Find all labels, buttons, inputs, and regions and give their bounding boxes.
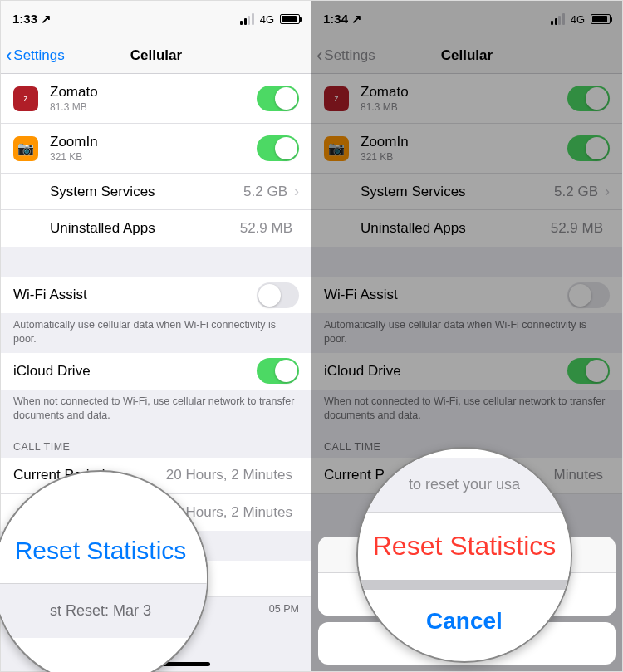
row-uninstalled-apps: Uninstalled Apps 52.9 MB bbox=[1, 210, 312, 247]
status-right: 4G bbox=[551, 13, 611, 26]
back-button: ‹ Settings bbox=[316, 45, 375, 66]
app-row-zoomin: 📷 ZoomIn 321 KB bbox=[312, 124, 622, 174]
app-size: 321 KB bbox=[50, 151, 257, 163]
chevron-left-icon: ‹ bbox=[6, 45, 12, 66]
app-row-zomato[interactable]: z Zomato 81.3 MB bbox=[1, 74, 312, 124]
signal-icon bbox=[551, 13, 565, 25]
status-bar: 1:33 ↗ 4G bbox=[1, 1, 312, 37]
toggle-zoomin bbox=[567, 135, 610, 161]
back-label: Settings bbox=[13, 47, 64, 64]
app-name: ZoomIn bbox=[361, 134, 567, 150]
row-label: iCloud Drive bbox=[13, 363, 257, 380]
app-size: 81.3 MB bbox=[50, 101, 257, 113]
row-label: Current P bbox=[324, 467, 385, 483]
toggle-zomato bbox=[567, 86, 610, 111]
mag-reset-label: Reset Statistics bbox=[0, 518, 207, 584]
row-value: 20 Hours, 2 Minutes bbox=[166, 467, 292, 483]
row-icloud-drive: iCloud Drive bbox=[312, 353, 622, 390]
back-label: Settings bbox=[324, 47, 375, 64]
row-system-services: System Services 5.2 GB › bbox=[312, 174, 622, 210]
status-time: 1:33 ↗ bbox=[12, 12, 52, 27]
row-label: System Services bbox=[361, 184, 554, 200]
row-value: 5.2 GB bbox=[554, 184, 598, 200]
footer-wifi-assist: Automatically use cellular data when Wi-… bbox=[1, 313, 312, 353]
chevron-right-icon: › bbox=[294, 183, 299, 200]
magnifier-right: to reset your usa Reset Statistics Cance… bbox=[356, 447, 572, 663]
app-icon-zoomin: 📷 bbox=[324, 136, 349, 161]
toggle-icloud-drive[interactable] bbox=[257, 358, 299, 384]
signal-icon bbox=[240, 13, 254, 25]
app-name: Zomato bbox=[361, 84, 567, 101]
status-bar: 1:34 ↗ 4G bbox=[312, 1, 622, 37]
toggle-zomato[interactable] bbox=[257, 86, 299, 111]
toggle-wifi-assist bbox=[567, 282, 610, 308]
settings-list: z Zomato 81.3 MB 📷 ZoomIn 321 KB System … bbox=[312, 74, 622, 494]
row-label: Uninstalled Apps bbox=[50, 220, 240, 237]
footer-icloud: When not connected to Wi-Fi, use cellula… bbox=[312, 390, 622, 429]
row-uninstalled-apps: Uninstalled Apps 52.9 MB bbox=[312, 210, 622, 247]
network-label: 4G bbox=[571, 13, 585, 26]
row-label: Wi-Fi Assist bbox=[324, 287, 567, 303]
nav-bar: ‹ Settings Cellular bbox=[312, 37, 622, 74]
app-icon-zoomin: 📷 bbox=[13, 136, 38, 161]
row-icloud-drive[interactable]: iCloud Drive bbox=[1, 353, 312, 390]
app-size: 81.3 MB bbox=[361, 101, 567, 113]
app-icon-zomato: z bbox=[324, 86, 349, 111]
mag-last-reset: st Reset: Mar 3 bbox=[0, 584, 207, 638]
footer-icloud: When not connected to Wi-Fi, use cellula… bbox=[1, 390, 312, 429]
row-wifi-assist: Wi-Fi Assist bbox=[312, 277, 622, 313]
app-row-zomato: z Zomato 81.3 MB bbox=[312, 74, 622, 124]
app-icon-zomato: z bbox=[13, 86, 38, 111]
row-system-services[interactable]: System Services 5.2 GB › bbox=[1, 174, 312, 210]
nav-bar: ‹ Settings Cellular bbox=[1, 37, 312, 74]
toggle-zoomin[interactable] bbox=[257, 135, 299, 161]
battery-icon bbox=[591, 14, 611, 24]
section-header-call-time: CALL TIME bbox=[1, 429, 312, 458]
app-row-zoomin[interactable]: 📷 ZoomIn 321 KB bbox=[1, 124, 312, 174]
app-name: ZoomIn bbox=[50, 134, 257, 150]
row-value: 52.9 MB bbox=[551, 220, 603, 237]
status-right: 4G bbox=[240, 13, 300, 26]
row-value: 52.9 MB bbox=[240, 220, 292, 237]
back-button[interactable]: ‹ Settings bbox=[6, 45, 65, 66]
network-label: 4G bbox=[260, 13, 274, 26]
toggle-wifi-assist[interactable] bbox=[257, 282, 299, 308]
footer-wifi-assist: Automatically use cellular data when Wi-… bbox=[312, 313, 622, 353]
row-value: 5.2 GB bbox=[243, 184, 287, 200]
row-label: Uninstalled Apps bbox=[361, 220, 551, 237]
mag-sheet-reset: Reset Statistics bbox=[358, 513, 571, 580]
app-name: Zomato bbox=[50, 84, 257, 101]
toggle-icloud-drive bbox=[567, 358, 610, 384]
chevron-right-icon: › bbox=[605, 183, 610, 200]
row-label: System Services bbox=[50, 184, 243, 200]
chevron-left-icon: ‹ bbox=[316, 45, 322, 66]
row-wifi-assist[interactable]: Wi-Fi Assist bbox=[1, 277, 312, 313]
row-value: Minutes bbox=[553, 467, 603, 483]
tutorial-composite: 1:33 ↗ 4G ‹ Settings Cellular z Zomato 8… bbox=[0, 0, 623, 672]
row-label: iCloud Drive bbox=[324, 363, 567, 380]
app-size: 321 KB bbox=[361, 151, 567, 163]
status-time: 1:34 ↗ bbox=[323, 12, 362, 27]
row-label: Wi-Fi Assist bbox=[13, 287, 257, 303]
battery-icon bbox=[280, 14, 300, 24]
